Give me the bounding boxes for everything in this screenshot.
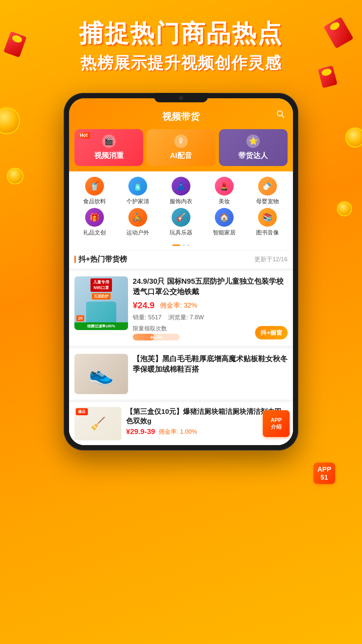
category-gift[interactable]: 🎁 礼品文创 [74, 208, 115, 236]
categories-section: 🥤 食品饮料 🧴 个护家清 👗 服饰内衣 💄 [69, 171, 293, 242]
app-header-title: 视频带货 [162, 110, 200, 123]
toilet-cleaner-icon: 🧹 [90, 417, 106, 431]
hot-badge: Hot [77, 132, 90, 139]
product-commission-1: 佣金率: 32% [160, 301, 197, 310]
product-price-row-1: ¥24.9 佣金率: 32% [133, 300, 288, 311]
cat-baby-icon: 🍼 [258, 177, 277, 196]
search-button[interactable] [274, 108, 286, 120]
feature-card-icon-ai: 🎙 [174, 135, 188, 148]
app-51-badge[interactable]: APP 51 [313, 463, 335, 484]
feature-card-label-video: 视频消重 [94, 151, 124, 161]
cat-toys-icon: 🎸 [172, 208, 190, 227]
cat-care-icon: 🧴 [128, 177, 147, 196]
product-num-badge: 20 [76, 315, 84, 321]
category-baby[interactable]: 🍼 母婴宠物 [247, 177, 288, 205]
product-img-sublabel-1: 五层防护 [92, 293, 111, 300]
product-title-1: 24.9/30只 国标N95五层防护儿童独立包装学校透气口罩公交地铁戴 [133, 276, 288, 297]
cat-toys-label: 玩具乐器 [170, 229, 192, 236]
product-views-1: 浏览量: 7.8W [168, 313, 204, 321]
category-toys[interactable]: 🎸 玩具乐器 [161, 208, 201, 236]
tab-dot-1 [182, 245, 185, 246]
product-price-3: ¥29.9-39 [126, 427, 155, 436]
app-51-badge-container: APP 51 [313, 463, 335, 484]
product-image-2: 👟 [74, 354, 128, 394]
tab-dot-active [172, 245, 180, 246]
bottom-area: APP 51 [0, 450, 362, 491]
cat-food-label: 食品饮料 [83, 198, 106, 205]
product-card-2[interactable]: 👟 【泡芙】黑白毛毛鞋厚底增高魔术贴板鞋女秋冬季保暖加绒棉鞋百搭 [69, 348, 293, 399]
product-info-1: 24.9/30只 国标N95五层防护儿童独立包装学校透气口罩公交地铁戴 ¥24.… [133, 276, 288, 341]
cat-baby-label: 母婴宠物 [256, 198, 279, 205]
hot-list-title: 抖+热门带货榜 [74, 254, 127, 264]
feature-card-video[interactable]: Hot 🎬 视频消重 [74, 129, 143, 166]
header-section: 捕捉热门商品热点 热榜展示提升视频创作灵感 [0, 0, 362, 79]
cat-beauty-icon: 💄 [215, 177, 234, 196]
product-commission-3: 佣金率: 1.00% [159, 428, 197, 436]
hot-list-title-text: 抖+热门带货榜 [78, 254, 127, 264]
product-list: 儿童专用N95口罩 五层防护 20 细菌过滤率≥95% 24.9/30只 国标N… [69, 271, 293, 445]
feature-card-icon-kol: ⭐ [246, 135, 260, 148]
limit-label-1: 限量领取次数 [133, 325, 180, 332]
explosion-badge: 爆品 [76, 408, 88, 415]
category-sports[interactable]: 🚴 运动户外 [118, 208, 158, 236]
cat-care-label: 个护家清 [126, 198, 149, 205]
cat-sports-icon: 🚴 [128, 208, 147, 227]
app-content: 视频带货 Hot 🎬 视频消重 [69, 98, 293, 445]
category-home[interactable]: 🏠 智能家居 [204, 208, 244, 236]
update-time: 更新于12/16 [254, 255, 288, 263]
tab-indicator-row [69, 242, 293, 250]
cat-books-icon: 📚 [258, 208, 277, 227]
feature-card-kol[interactable]: ⭐ 带货达人 [219, 129, 288, 166]
cat-beauty-label: 美妆 [219, 198, 230, 205]
category-books[interactable]: 📚 图书音像 [247, 208, 288, 236]
category-clothing[interactable]: 👗 服饰内衣 [161, 177, 201, 205]
product-stats-1: 销量: 5517 浏览量: 7.8W [133, 313, 288, 321]
category-food[interactable]: 🥤 食品饮料 [74, 177, 115, 205]
category-care[interactable]: 🧴 个护家清 [118, 177, 158, 205]
cat-clothing-label: 服饰内衣 [170, 198, 192, 205]
product-bottom-label: 细菌过滤率≥95% [74, 322, 128, 330]
cat-home-label: 智能家居 [213, 229, 236, 236]
phone-camera [179, 96, 183, 100]
feature-cards-section: Hot 🎬 视频消重 🎙 AI配音 ⭐ 带货达人 [69, 129, 293, 171]
product-card-3[interactable]: 🧹 爆品 【第三盒仅10元】爆猪洁厕块箱洁厕块清洁剂去双色双效g ¥29.9-3… [69, 402, 293, 445]
cat-gift-icon: 🎁 [85, 208, 104, 227]
product-title-2: 【泡芙】黑白毛毛鞋厚底增高魔术贴板鞋女秋冬季保暖加绒棉鞋百搭 [133, 354, 288, 375]
cat-gift-label: 礼品文创 [83, 229, 106, 236]
product-price-1: ¥24.9 [133, 300, 155, 311]
product-bottom-row-1: 限量领取次数 46.5% 抖+橱窗 [133, 325, 288, 340]
app-intro-badge[interactable]: APP 介绍 [263, 410, 290, 437]
phone-container: 视频带货 Hot 🎬 视频消重 [0, 93, 362, 451]
categories-row-2: 🎁 礼品文创 🚴 运动户外 🎸 玩具乐器 🏠 [74, 208, 288, 236]
cat-home-icon: 🏠 [215, 208, 234, 227]
hot-list-header: 抖+热门带货榜 更新于12/16 [69, 250, 293, 268]
shoe-icon: 👟 [89, 362, 114, 386]
phone-mockup: 视频带货 Hot 🎬 视频消重 [64, 93, 298, 451]
platform-badge-1[interactable]: 抖+橱窗 [255, 326, 288, 339]
feature-card-label-kol: 带货达人 [238, 151, 268, 161]
cat-food-icon: 🥤 [85, 177, 104, 196]
product-image-1: 儿童专用N95口罩 五层防护 20 细菌过滤率≥95% [74, 276, 128, 330]
product-image-3: 🧹 爆品 [74, 407, 121, 440]
progress-text-1: 46.5% [150, 335, 163, 340]
cat-sports-label: 运动户外 [126, 229, 149, 236]
cat-books-label: 图书音像 [256, 229, 279, 236]
product-img-label-1: 儿童专用N95口罩 [90, 278, 112, 292]
product-info-2: 【泡芙】黑白毛毛鞋厚底增高魔术贴板鞋女秋冬季保暖加绒棉鞋百搭 [133, 354, 288, 394]
tab-dot-2 [187, 245, 190, 246]
cat-clothing-icon: 👗 [172, 177, 190, 196]
phone-notch [154, 93, 208, 102]
feature-card-icon-video: 🎬 [102, 135, 116, 148]
progress-bar-1: 46.5% [133, 334, 180, 340]
svg-line-1 [282, 115, 284, 117]
sub-title: 热榜展示提升视频创作灵感 [13, 53, 349, 73]
category-beauty[interactable]: 💄 美妆 [204, 177, 244, 205]
feature-card-ai[interactable]: 🎙 AI配音 [146, 129, 215, 166]
phone-screen: 视频带货 Hot 🎬 视频消重 [69, 98, 293, 445]
feature-card-label-ai: AI配音 [170, 151, 192, 161]
product-card-1[interactable]: 儿童专用N95口罩 五层防护 20 细菌过滤率≥95% 24.9/30只 国标N… [69, 271, 293, 346]
product-sales-1: 销量: 5517 [133, 313, 162, 321]
hot-list-bar-icon [74, 256, 76, 263]
categories-row-1: 🥤 食品饮料 🧴 个护家清 👗 服饰内衣 💄 [74, 177, 288, 205]
app-header: 视频带货 [69, 98, 293, 129]
